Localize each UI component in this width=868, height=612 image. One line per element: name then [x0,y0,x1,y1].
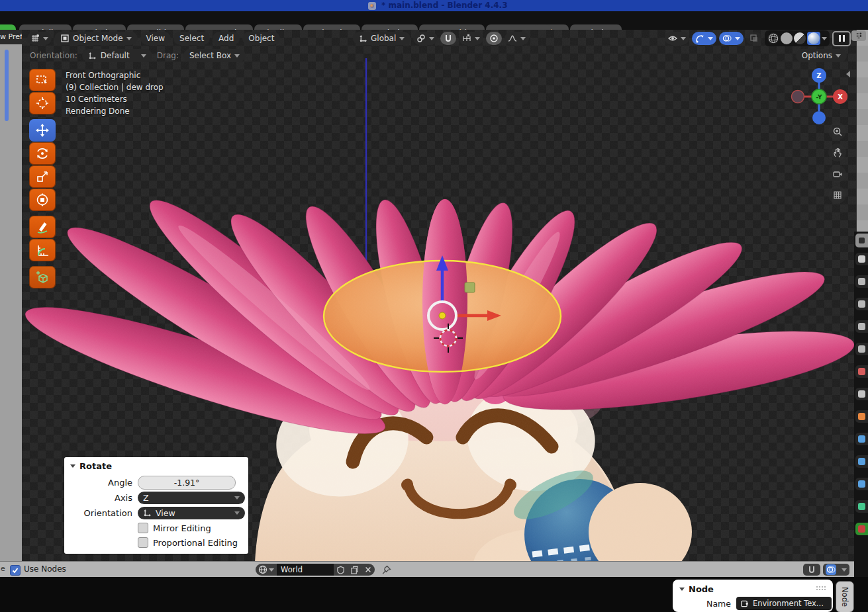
use-nodes-label: Use Nodes [24,564,66,574]
output-tab-icon[interactable] [855,298,868,310]
menu-object[interactable]: Object [242,32,280,45]
tool-cursor-button[interactable] [29,92,56,114]
outliner-editor-type-button[interactable] [851,30,866,41]
window-title-bar: * main.blend - Blender 4.4.3 [0,0,868,11]
shader-editor-body[interactable]: Node Name Environment Tex... [0,577,868,612]
overlays-toggle[interactable] [719,32,744,45]
tool-transform-button[interactable] [29,189,56,211]
menu-select[interactable]: Select [173,32,210,45]
sidebar-tab-node[interactable]: Node [836,581,854,612]
new-datablock-button[interactable] [348,564,362,576]
tool-select-box-button[interactable] [29,69,56,91]
pin-icon[interactable] [381,565,391,575]
zoom-view-button[interactable] [828,122,846,140]
axis-neg-z-ball[interactable] [812,111,826,124]
world-name-field[interactable]: World [277,564,334,576]
xray-toggle[interactable] [746,32,762,45]
unlink-button[interactable] [362,564,375,576]
tool-tab-icon[interactable] [855,253,868,265]
chevron-down-icon [43,37,48,40]
shading-material-preview-button[interactable] [794,32,806,44]
tool-measure-button[interactable] [29,239,56,261]
properties-tab-column [855,253,868,535]
shader-overlays-toggle[interactable] [823,564,849,576]
tool-bar [29,69,56,289]
proportional-falloff-button[interactable] [505,32,529,45]
tool-move-button-active[interactable] [29,119,56,142]
gizmos-toggle[interactable] [692,32,716,45]
options-dropdown[interactable]: Options [796,49,847,62]
world-browse-button[interactable] [256,564,277,576]
gizmo-y-handle[interactable] [465,283,475,292]
particles-tab-icon[interactable] [855,455,868,468]
shading-rendered-button[interactable] [807,32,820,45]
use-nodes-checkbox[interactable] [10,565,21,576]
collection-tab-icon[interactable] [855,388,868,400]
chevron-down-icon [269,568,274,572]
viewport-3d[interactable]: Object Mode View Select Add Object Globa… [22,30,856,561]
object-tab-icon[interactable] [855,410,868,423]
render-tab-icon[interactable] [855,275,868,288]
viewport-info-line: Front Orthographic [66,69,164,81]
axis-neg-x-ball[interactable] [792,91,804,103]
rotate-panel-title: Rotate [79,461,112,471]
physics-tab-icon[interactable] [855,478,868,490]
mode-dropdown[interactable]: Object Mode [54,32,138,45]
proportional-editing-checkbox[interactable] [138,537,148,548]
world-tab-icon[interactable] [855,365,868,378]
navigation-axis-gizmo[interactable]: Z X -Y [786,64,852,130]
angle-value-field[interactable]: -1.91° [138,476,236,490]
panel-drag-handle[interactable] [816,586,826,590]
panel-collapse-icon[interactable] [679,588,685,591]
drag-label: Drag: [157,51,179,60]
pan-view-button[interactable] [828,144,846,161]
axis-x-label: X [838,93,843,101]
drag-select-box-dropdown[interactable]: Select Box [183,49,246,62]
snap-pivot-button[interactable] [413,32,438,45]
preferences-scrollbar[interactable] [5,50,9,121]
object-visibility-button[interactable] [665,32,689,45]
material-tab-icon[interactable] [855,523,868,535]
scene-tab-icon[interactable] [855,343,868,355]
blender-window: { "window": { "title": "* main.blend - B… [0,0,868,612]
orientation-label: Orientation [64,508,132,518]
tool-annotate-button[interactable] [29,216,56,238]
shader-snap-toggle[interactable] [803,564,820,576]
orthographic-view-button[interactable] [828,186,846,204]
tool-rotate-button[interactable] [29,142,56,165]
fake-user-button[interactable] [334,564,348,576]
shading-solid-button[interactable] [781,32,793,44]
tool-scale-button[interactable] [29,165,56,188]
orientation-default-dropdown[interactable]: Default [82,49,152,62]
sidebar-collapse-icon[interactable] [846,71,850,77]
transform-orientation-dropdown[interactable]: Global [353,32,410,45]
axis-dropdown[interactable]: Z [138,492,245,504]
snap-mode-button[interactable] [459,32,483,45]
panel-collapse-icon[interactable] [70,464,75,468]
shading-mode-group [765,30,830,46]
outliner-panel-edge[interactable] [856,30,868,232]
chevron-down-icon [234,54,240,58]
node-panel-title: Node [689,584,714,594]
mirror-editing-checkbox[interactable] [138,523,148,533]
camera-view-button[interactable] [828,165,846,183]
properties-editor-type-button[interactable] [855,234,868,247]
menu-view[interactable]: View [140,32,171,45]
chevron-down-icon [520,37,526,40]
orientation-dropdown[interactable]: View [138,507,245,519]
editor-type-button[interactable] [27,32,52,45]
snap-toggle-button[interactable] [440,32,456,45]
shading-wireframe-button[interactable] [767,32,779,44]
node-name-field[interactable]: Environment Tex... [736,597,832,610]
view-layer-tab-icon[interactable] [855,320,868,333]
object-data-tab-icon[interactable] [855,500,868,513]
clipped-text-fragment: e [1,564,5,573]
name-label: Name [673,599,731,609]
modifiers-tab-icon[interactable] [855,433,868,445]
chevron-down-icon [842,568,847,572]
menu-add[interactable]: Add [213,32,240,45]
tool-add-cube-button[interactable] [29,266,56,288]
proportional-editing-label: Proportional Editing [153,538,238,548]
pause-render-button[interactable] [832,31,851,46]
proportional-editing-toggle[interactable] [486,32,502,45]
